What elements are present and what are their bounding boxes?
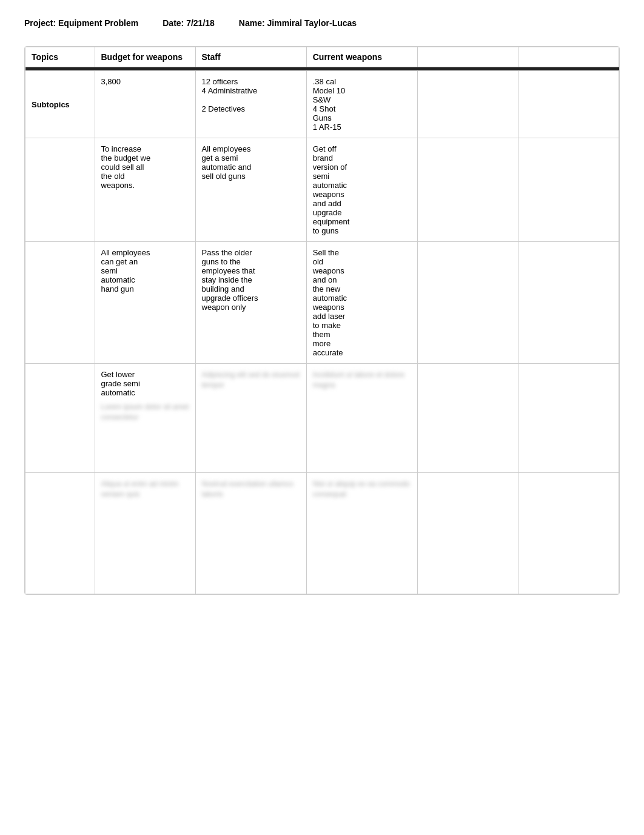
col-budget: Budget for weapons bbox=[95, 47, 195, 67]
budget-cell-4: Get lower grade semi automatic Lorem ips… bbox=[95, 364, 195, 473]
budget-cell-1: 3,800 bbox=[95, 71, 195, 138]
subtopics-label: Subtopics bbox=[25, 71, 95, 138]
table-row: Aliqua ut enim ad minim veniam quis Nost… bbox=[25, 473, 619, 594]
staff-cell-1: 12 officers 4 Administrative 2 Detective… bbox=[195, 71, 306, 138]
extra2-cell-1 bbox=[518, 71, 619, 138]
blurred-content: Adipiscing elit sed do eiusmod tempor bbox=[202, 370, 300, 391]
row3-col1 bbox=[25, 242, 95, 364]
row2-col1 bbox=[25, 138, 95, 242]
col-topics: Topics bbox=[25, 47, 95, 67]
main-table-wrapper: Topics Budget for weapons Staff Current … bbox=[24, 46, 620, 595]
staff-cell-5: Nostrud exercitation ullamco laboris bbox=[195, 473, 306, 594]
extra1-cell-4 bbox=[417, 364, 518, 473]
weapons-cell-3: Sell the old weapons and on the new auto… bbox=[306, 242, 417, 364]
extra1-cell-2 bbox=[417, 138, 518, 242]
budget-cell-3: All employees can get an semi automatic … bbox=[95, 242, 195, 364]
table-header-row: Topics Budget for weapons Staff Current … bbox=[25, 47, 619, 67]
staff-cell-3: Pass the older guns to the employees tha… bbox=[195, 242, 306, 364]
project-field: Project: Equipment Problem bbox=[24, 18, 138, 28]
staff-cell-2: All employees get a semi automatic and s… bbox=[195, 138, 306, 242]
extra1-cell-1 bbox=[417, 71, 518, 138]
col-extra1 bbox=[417, 47, 518, 67]
row4-col1 bbox=[25, 364, 95, 473]
document-header: Project: Equipment Problem Date: 7/21/18… bbox=[24, 18, 620, 28]
blurred-content: Lorem ipsum dolor sit amet consectetur bbox=[101, 402, 189, 423]
main-table: Topics Budget for weapons Staff Current … bbox=[25, 47, 619, 594]
budget-cell-2: To increase the budget we could sell all… bbox=[95, 138, 195, 242]
table-row: Get lower grade semi automatic Lorem ips… bbox=[25, 364, 619, 473]
blurred-content: Nostrud exercitation ullamco laboris bbox=[202, 479, 300, 500]
staff-cell-4: Adipiscing elit sed do eiusmod tempor bbox=[195, 364, 306, 473]
col-extra2 bbox=[518, 47, 619, 67]
row5-col1 bbox=[25, 473, 95, 594]
col-staff: Staff bbox=[195, 47, 306, 67]
table-row: To increase the budget we could sell all… bbox=[25, 138, 619, 242]
extra1-cell-5 bbox=[417, 473, 518, 594]
extra2-cell-2 bbox=[518, 138, 619, 242]
name-field: Name: Jimmiral Taylor-Lucas bbox=[239, 18, 357, 28]
weapons-cell-2: Get off brand version of semi automatic … bbox=[306, 138, 417, 242]
budget-cell-5: Aliqua ut enim ad minim veniam quis bbox=[95, 473, 195, 594]
blurred-content: Nisi ut aliquip ex ea commodo consequat bbox=[313, 479, 411, 500]
col-weapons: Current weapons bbox=[306, 47, 417, 67]
blurred-content: Incididunt ut labore et dolore magna bbox=[313, 370, 411, 391]
extra2-cell-4 bbox=[518, 364, 619, 473]
table-row: Subtopics 3,800 12 officers 4 Administra… bbox=[25, 71, 619, 138]
blurred-content: Aliqua ut enim ad minim veniam quis bbox=[101, 479, 189, 500]
weapons-cell-4: Incididunt ut labore et dolore magna bbox=[306, 364, 417, 473]
weapons-cell-1: .38 cal Model 10 S&W 4 Shot Guns 1 AR-15 bbox=[306, 71, 417, 138]
extra2-cell-3 bbox=[518, 242, 619, 364]
weapons-cell-5: Nisi ut aliquip ex ea commodo consequat bbox=[306, 473, 417, 594]
extra2-cell-5 bbox=[518, 473, 619, 594]
date-field: Date: 7/21/18 bbox=[163, 18, 215, 28]
extra1-cell-3 bbox=[417, 242, 518, 364]
table-row: All employees can get an semi automatic … bbox=[25, 242, 619, 364]
